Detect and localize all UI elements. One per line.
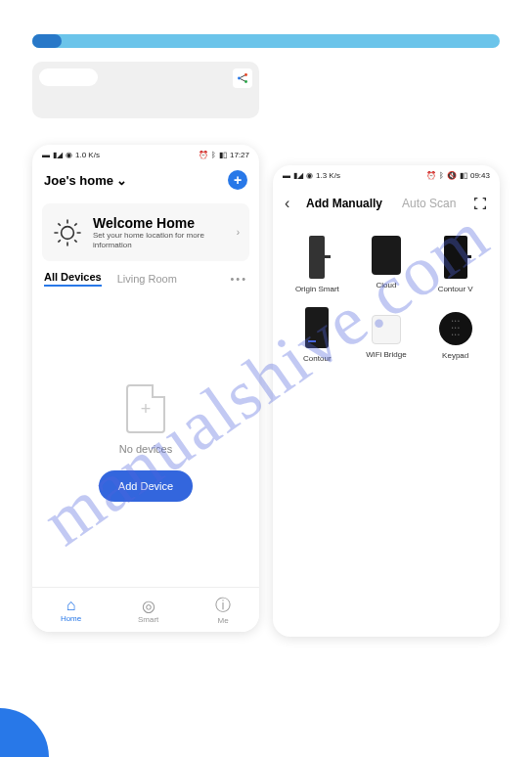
page-corner bbox=[0, 708, 49, 757]
home-selector[interactable]: Joe's home ⌄ bbox=[44, 173, 127, 188]
scan-icon[interactable] bbox=[472, 196, 488, 211]
device-image bbox=[372, 236, 401, 275]
svg-line-13 bbox=[74, 223, 76, 225]
tab-all-devices[interactable]: All Devices bbox=[44, 271, 102, 287]
svg-point-2 bbox=[244, 80, 247, 83]
tab-add-manually[interactable]: Add Manually bbox=[306, 197, 382, 210]
svg-point-5 bbox=[62, 226, 74, 239]
back-button[interactable]: ‹ bbox=[285, 195, 289, 212]
progress-bar bbox=[32, 34, 500, 48]
wifi-icon: ◉ bbox=[306, 171, 313, 180]
fingerprint-icon: ◎ bbox=[138, 597, 158, 615]
device-grid: Origin Smart Cloud Contour V Contour WiF… bbox=[273, 222, 500, 377]
add-device-button[interactable]: Add Device bbox=[99, 470, 193, 502]
chevron-down-icon: ⌄ bbox=[116, 173, 127, 188]
welcome-card[interactable]: Welcome Home Set your home location for … bbox=[42, 203, 249, 261]
device-label: Origin Smart bbox=[287, 285, 348, 293]
network-speed: 1.3 K/s bbox=[316, 171, 340, 180]
device-cloud[interactable]: Cloud bbox=[356, 236, 418, 293]
share-icon[interactable] bbox=[233, 68, 252, 88]
tab-auto-scan[interactable]: Auto Scan bbox=[402, 197, 456, 210]
signal-icon: ▮◢ bbox=[293, 171, 303, 180]
sim-icon: ▬ bbox=[283, 171, 290, 180]
clock: 17:27 bbox=[230, 151, 249, 159]
person-icon: ⓘ bbox=[215, 596, 231, 616]
device-image bbox=[444, 236, 467, 279]
battery-icon: ▮▯ bbox=[219, 151, 227, 159]
device-label: Contour bbox=[287, 354, 348, 363]
welcome-subtitle: Set your home location for more informat… bbox=[93, 231, 227, 249]
nav-me-label: Me bbox=[218, 616, 229, 625]
device-keypad[interactable]: Keypad bbox=[424, 307, 486, 363]
home-name-label: Joe's home bbox=[44, 173, 113, 188]
alarm-icon: ⏰ bbox=[199, 151, 208, 159]
no-devices-label: No devices bbox=[32, 443, 259, 455]
svg-line-3 bbox=[241, 75, 245, 77]
header-pill bbox=[39, 68, 98, 86]
svg-line-11 bbox=[74, 240, 76, 242]
bottom-nav: ⌂ Home ◎ Smart ⓘ Me bbox=[32, 587, 259, 632]
home-header: Joe's home ⌄ + bbox=[32, 164, 259, 196]
mute-icon: 🔇 bbox=[447, 171, 457, 180]
header-card bbox=[32, 62, 259, 118]
sim-icon: ▬ bbox=[42, 151, 50, 159]
svg-line-12 bbox=[58, 240, 60, 242]
device-image bbox=[305, 307, 329, 348]
bluetooth-icon: ᛒ bbox=[439, 171, 444, 180]
nav-smart-label: Smart bbox=[138, 615, 158, 624]
device-tabs: All Devices Living Room ••• bbox=[32, 261, 259, 296]
file-plus-icon: + bbox=[126, 384, 165, 433]
battery-icon: ▮▯ bbox=[460, 171, 467, 180]
device-wifi-bridge[interactable]: WiFi Bridge bbox=[356, 307, 418, 363]
bluetooth-icon: ᛒ bbox=[211, 151, 216, 159]
chevron-right-icon: › bbox=[237, 227, 240, 238]
add-header: ‹ Add Manually Auto Scan bbox=[273, 185, 500, 222]
empty-state: + No devices Add Device bbox=[32, 296, 259, 502]
network-speed: 1.0 K/s bbox=[75, 151, 100, 159]
home-icon: ⌂ bbox=[61, 597, 81, 614]
svg-point-1 bbox=[244, 73, 247, 76]
nav-me[interactable]: ⓘ Me bbox=[215, 596, 231, 625]
nav-home[interactable]: ⌂ Home bbox=[61, 597, 81, 623]
sun-icon bbox=[52, 217, 83, 248]
device-contour[interactable]: Contour bbox=[287, 307, 348, 363]
device-image bbox=[309, 236, 325, 279]
welcome-title: Welcome Home bbox=[93, 215, 227, 231]
add-button[interactable]: + bbox=[228, 170, 247, 190]
svg-line-4 bbox=[241, 79, 245, 81]
device-image bbox=[372, 315, 401, 344]
nav-home-label: Home bbox=[61, 614, 81, 623]
device-label: Keypad bbox=[424, 351, 486, 360]
progress-fill bbox=[32, 34, 62, 48]
nav-smart[interactable]: ◎ Smart bbox=[138, 597, 158, 624]
device-label: WiFi Bridge bbox=[356, 350, 418, 359]
status-bar: ▬ ▮◢ ◉ 1.0 K/s ⏰ ᛒ ▮▯ 17:27 bbox=[32, 145, 259, 164]
tab-manual-label: Add Manually bbox=[306, 197, 382, 210]
tab-living-room[interactable]: Living Room bbox=[117, 273, 177, 285]
phone-screenshot-add: ▬ ▮◢ ◉ 1.3 K/s ⏰ ᛒ 🔇 ▮▯ 09:43 ‹ Add Manu… bbox=[273, 165, 500, 637]
status-bar: ▬ ▮◢ ◉ 1.3 K/s ⏰ ᛒ 🔇 ▮▯ 09:43 bbox=[273, 165, 500, 185]
phone-screenshot-home: ▬ ▮◢ ◉ 1.0 K/s ⏰ ᛒ ▮▯ 17:27 Joe's home ⌄… bbox=[32, 145, 259, 632]
clock: 09:43 bbox=[470, 171, 490, 180]
alarm-icon: ⏰ bbox=[426, 171, 436, 180]
device-image bbox=[439, 312, 472, 345]
more-icon[interactable]: ••• bbox=[230, 273, 247, 285]
device-contour-v[interactable]: Contour V bbox=[424, 236, 486, 293]
svg-point-0 bbox=[238, 77, 241, 80]
wifi-icon: ◉ bbox=[66, 151, 72, 159]
device-label: Cloud bbox=[356, 281, 418, 289]
device-label: Contour V bbox=[424, 285, 486, 293]
signal-icon: ▮◢ bbox=[53, 151, 63, 159]
device-origin-smart[interactable]: Origin Smart bbox=[287, 236, 348, 293]
svg-line-10 bbox=[58, 223, 60, 225]
